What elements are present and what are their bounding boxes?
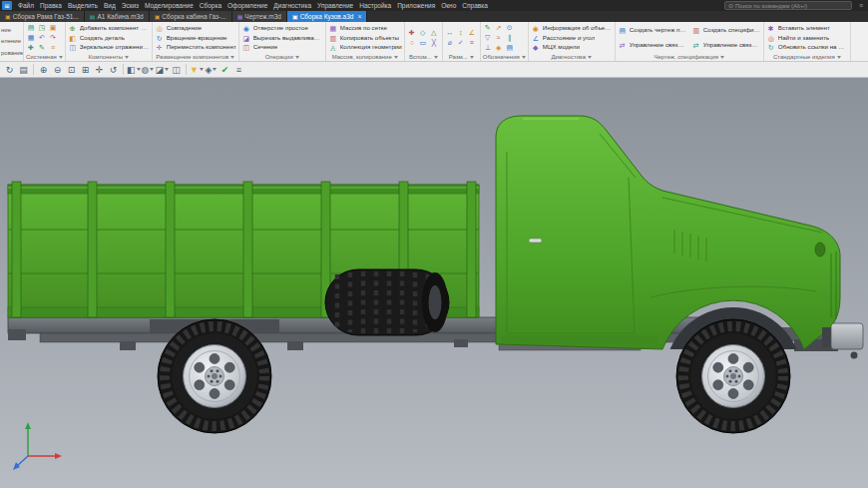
- interface-options-icon[interactable]: ≡: [856, 2, 866, 9]
- document-tab[interactable]: ▣Сборка Рама Газ-51...: [0, 11, 85, 22]
- menu-item[interactable]: Настройка: [356, 2, 394, 9]
- scheme-icon[interactable]: ▤: [17, 63, 30, 76]
- ribbon-group-label[interactable]: Компоненты: [68, 53, 150, 61]
- ribbon-icon[interactable]: ╳: [429, 38, 439, 47]
- collapsed-panel-label[interactable]: еление: [1, 38, 22, 44]
- ribbon-icon[interactable]: ▽: [483, 33, 493, 42]
- ribbon-icon[interactable]: ▤: [505, 43, 515, 52]
- ribbon-icon[interactable]: ↕: [456, 28, 466, 37]
- menu-item[interactable]: Оформление: [224, 2, 270, 9]
- ribbon-button[interactable]: ◫Сечение: [241, 43, 323, 52]
- orientation-icon[interactable]: ◧: [127, 63, 141, 76]
- orbit-icon[interactable]: ↺: [107, 63, 120, 76]
- ribbon-icon[interactable]: ⊥: [483, 43, 493, 52]
- menu-item[interactable]: Вид: [101, 2, 119, 9]
- ribbon-button[interactable]: ◬Коллекция геометрии: [328, 43, 402, 52]
- ribbon-button[interactable]: ◫Зеркальное отражение ко...: [68, 43, 150, 52]
- zoom-all-icon[interactable]: ⊞: [79, 63, 92, 76]
- ribbon-group-label[interactable]: Разм...: [445, 53, 478, 61]
- search-input[interactable]: [735, 3, 848, 9]
- truck-model[interactable]: [0, 78, 868, 488]
- ribbon-button[interactable]: ▤Создать чертеж по модели: [618, 26, 687, 35]
- filter-icon[interactable]: ▼: [190, 63, 204, 76]
- ribbon-button[interactable]: ↻Обновить ссылки на мод...: [766, 43, 848, 52]
- ribbon-button[interactable]: ◆МЦХ модели: [531, 43, 613, 52]
- collapsed-panel-label[interactable]: ние: [1, 27, 22, 33]
- section-view-icon[interactable]: ◫: [170, 63, 183, 76]
- ribbon-icon[interactable]: ⊙: [505, 23, 515, 32]
- ribbon-group-label[interactable]: Размещение компонентов: [155, 53, 236, 61]
- menu-item[interactable]: Приложения: [394, 2, 438, 9]
- ribbon-icon[interactable]: ○: [407, 38, 417, 47]
- pan-icon[interactable]: ✛: [93, 63, 106, 76]
- ribbon-icon[interactable]: ◇: [418, 28, 428, 37]
- menu-item[interactable]: Сборка: [197, 2, 224, 9]
- app-menu-icon[interactable]: ⊞: [2, 1, 12, 10]
- document-tab[interactable]: ▦Чертеж.m3d: [232, 11, 287, 22]
- ribbon-group-label[interactable]: Вспом...: [407, 53, 440, 61]
- ribbon-button[interactable]: ∠Расстояние и угол: [531, 34, 613, 43]
- display-style-icon[interactable]: ◍: [142, 63, 155, 76]
- ribbon-icon[interactable]: ↗: [494, 23, 504, 32]
- ribbon-icon[interactable]: ◳: [37, 23, 47, 32]
- ribbon-button[interactable]: ◎Найти и заменить: [766, 34, 848, 43]
- ribbon-button[interactable]: ↻Вращение-вращение: [155, 34, 236, 43]
- ribbon-button[interactable]: ✛Переместить компонент: [155, 43, 236, 52]
- ribbon-group-label[interactable]: Стандартные изделия: [766, 53, 848, 61]
- menu-item[interactable]: Правка: [37, 2, 65, 9]
- ribbon-group-label[interactable]: Массив, копирование: [328, 53, 402, 61]
- check-icon[interactable]: ✔: [218, 63, 231, 76]
- ribbon-icon[interactable]: ↶: [37, 33, 47, 42]
- ribbon-button[interactable]: ▥Создать спецификацию: [691, 26, 761, 35]
- ribbon-icon[interactable]: ✚: [26, 43, 36, 52]
- ribbon-icon[interactable]: ∥: [505, 33, 515, 42]
- zoom-area-icon[interactable]: ⊡: [65, 63, 78, 76]
- ribbon-icon[interactable]: ✚: [407, 28, 417, 37]
- refresh-icon[interactable]: ↻: [3, 63, 16, 76]
- ribbon-icon[interactable]: ≈: [494, 33, 504, 42]
- viewport-3d[interactable]: [0, 78, 868, 488]
- zoom-in-icon[interactable]: ⊕: [37, 63, 50, 76]
- ribbon-button[interactable]: ◉Отверстие простое: [241, 24, 323, 33]
- ribbon-icon[interactable]: ✓: [456, 38, 466, 47]
- ribbon-button[interactable]: ▦Массив по сетке: [328, 24, 402, 33]
- ribbon-button[interactable]: ⇄Управление связанными ч...: [618, 41, 687, 50]
- ribbon-icon[interactable]: ▣: [48, 23, 58, 32]
- menu-item[interactable]: Окно: [438, 2, 459, 9]
- ribbon-icon[interactable]: ✎: [483, 23, 493, 32]
- ribbon-icon[interactable]: ▦: [26, 33, 36, 42]
- ribbon-icon[interactable]: ✎: [37, 43, 47, 52]
- ribbon-group-label[interactable]: Диагностика: [531, 53, 613, 61]
- ribbon-button[interactable]: ✱Вставить элемент: [766, 24, 848, 33]
- command-search[interactable]: ⊙: [724, 1, 852, 10]
- ribbon-icon[interactable]: ▭: [418, 38, 428, 47]
- ribbon-button[interactable]: ◉Информация об объекте: [531, 24, 613, 33]
- ribbon-button[interactable]: ◎Совпадение: [155, 24, 236, 33]
- ribbon-icon[interactable]: ≡: [48, 43, 58, 52]
- tab-close-icon[interactable]: ×: [357, 13, 361, 20]
- ribbon-icon[interactable]: ◈: [494, 43, 504, 52]
- ribbon-icon[interactable]: ⌀: [445, 38, 455, 47]
- document-tab[interactable]: ▣Сборка Кузов.a3d×: [287, 11, 367, 22]
- ribbon-icon[interactable]: ↔: [445, 28, 455, 37]
- menu-item[interactable]: Файл: [15, 2, 37, 9]
- menu-item[interactable]: Эскиз: [119, 2, 142, 9]
- menu-item[interactable]: Моделирование: [142, 2, 197, 9]
- ribbon-button[interactable]: ▥Копировать объекты: [328, 34, 402, 43]
- ribbon-icon[interactable]: ∠: [467, 28, 477, 37]
- menu-item[interactable]: Диагностика: [270, 2, 314, 9]
- ribbon-icon[interactable]: ▤: [26, 23, 36, 32]
- menu-item[interactable]: Выделить: [65, 2, 101, 9]
- collapsed-panel-label[interactable]: рование: [1, 50, 22, 56]
- ribbon-icon[interactable]: ↷: [48, 33, 58, 42]
- ribbon-button[interactable]: ◧Создать деталь: [68, 34, 150, 43]
- ribbon-button[interactable]: ◪Вырезать выдавливанием: [241, 34, 323, 43]
- snap-icon[interactable]: ◈: [205, 63, 217, 76]
- document-tab[interactable]: ▤A1 Кабина.m3d: [85, 11, 150, 22]
- hidden-lines-icon[interactable]: ◪: [156, 63, 170, 76]
- ribbon-group-label[interactable]: Обозначения: [483, 53, 526, 61]
- ribbon-icon[interactable]: ≡: [467, 38, 477, 47]
- menu-item[interactable]: Справка: [459, 2, 491, 9]
- ribbon-group-label[interactable]: Операции: [241, 53, 323, 61]
- ribbon-button[interactable]: ⇄Управление связанными с...: [691, 41, 761, 50]
